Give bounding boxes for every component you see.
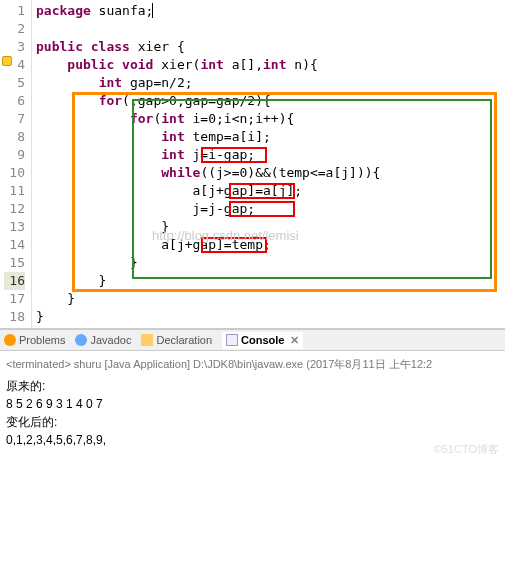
line-num: 3 [4, 38, 25, 56]
problems-icon [4, 334, 16, 346]
line-num: 1 [4, 2, 25, 20]
tab-problems[interactable]: Problems [4, 334, 65, 346]
close-icon[interactable]: ✕ [290, 334, 299, 347]
code-line[interactable]: package suanfa; [36, 2, 501, 20]
bottom-tabs: Problems Javadoc Declaration Console✕ [0, 329, 505, 351]
line-num: 14 [4, 236, 25, 254]
console-output: 变化后的: [6, 413, 499, 431]
line-num: 12 [4, 200, 25, 218]
line-gutter: 1 2 3 4 5 6 7 8 9 10 11 12 13 14 15 16 1… [0, 0, 32, 328]
console-output: 8 5 2 6 9 3 1 4 0 7 [6, 395, 499, 413]
console-output: 0,1,2,3,4,5,6,7,8,9, [6, 431, 499, 449]
line-num: 8 [4, 128, 25, 146]
code-line[interactable] [36, 20, 501, 38]
line-num: 16 [4, 272, 25, 290]
code-area[interactable]: package suanfa; public class xier { publ… [32, 0, 505, 328]
code-line[interactable]: } [36, 290, 501, 308]
code-editor[interactable]: 1 2 3 4 5 6 7 8 9 10 11 12 13 14 15 16 1… [0, 0, 505, 329]
code-line[interactable]: } [36, 272, 501, 290]
code-line[interactable]: int gap=n/2; [36, 74, 501, 92]
console-icon [226, 334, 238, 346]
tab-javadoc[interactable]: Javadoc [75, 334, 131, 346]
console-header: <terminated> shuru [Java Application] D:… [6, 355, 499, 373]
javadoc-icon [75, 334, 87, 346]
line-num: 5 [4, 74, 25, 92]
console-panel: <terminated> shuru [Java Application] D:… [0, 351, 505, 453]
line-num: 6 [4, 92, 25, 110]
code-line[interactable]: a[j+gap]=temp; [36, 236, 501, 254]
line-num: 15 [4, 254, 25, 272]
code-line[interactable]: for(int i=0;i<n;i++){ [36, 110, 501, 128]
code-line[interactable]: } [36, 254, 501, 272]
line-num: 18 [4, 308, 25, 326]
code-line[interactable]: a[j+gap]=a[j]; [36, 182, 501, 200]
declaration-icon [141, 334, 153, 346]
code-line[interactable]: } [36, 218, 501, 236]
code-line[interactable]: public class xier { [36, 38, 501, 56]
line-num: 10 [4, 164, 25, 182]
line-num: 11 [4, 182, 25, 200]
code-line[interactable]: int j=i-gap; [36, 146, 501, 164]
code-line[interactable]: j=j-gap; [36, 200, 501, 218]
code-line[interactable]: while((j>=0)&&(temp<=a[j])){ [36, 164, 501, 182]
code-line[interactable]: for(;gap>0;gap=gap/2){ [36, 92, 501, 110]
code-line[interactable]: } [36, 308, 501, 326]
code-line[interactable]: public void xier(int a[],int n){ [36, 56, 501, 74]
console-output: 原来的: [6, 377, 499, 395]
tab-declaration[interactable]: Declaration [141, 334, 212, 346]
tab-console[interactable]: Console✕ [222, 332, 302, 349]
line-num: 2 [4, 20, 25, 38]
blog-watermark: ©51CTO博客 [434, 442, 499, 453]
line-num: 17 [4, 290, 25, 308]
warning-marker-icon [2, 56, 12, 66]
line-num: 13 [4, 218, 25, 236]
line-num: 7 [4, 110, 25, 128]
line-num: 9 [4, 146, 25, 164]
code-line[interactable]: int temp=a[i]; [36, 128, 501, 146]
